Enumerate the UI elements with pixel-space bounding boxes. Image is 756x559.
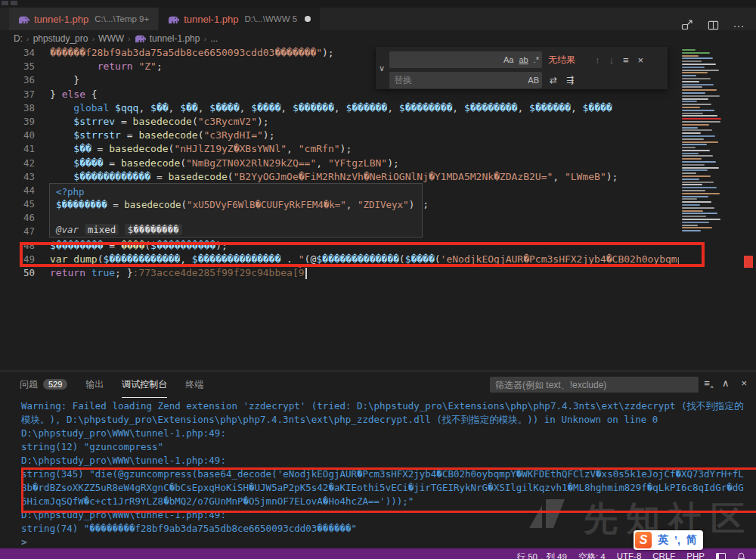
panel-tabs: 问题529输出调试控制台终端 — [20, 371, 222, 398]
code-token: $���� — [209, 102, 239, 113]
code-line-text: return "Z"; — [35, 60, 163, 73]
code-token: $������ — [345, 102, 387, 113]
breadcrumb-item[interactable]: phpstudy_pro — [33, 33, 88, 44]
line-number: 34 — [0, 46, 35, 60]
status-item[interactable]: 空格: 4 — [578, 551, 606, 559]
ime-simplified[interactable]: 简 — [686, 533, 697, 547]
tab-description: D:\...\WWW 5 — [244, 14, 297, 23]
code-token: $���� — [405, 253, 435, 265]
code-line[interactable]: 41 $�� = basedecode("nHJlZ19yZ�XBsYWNl",… — [0, 142, 756, 156]
find-previous-icon[interactable]: ↑ — [595, 54, 600, 66]
breadcrumb-item[interactable]: ... — [210, 33, 218, 44]
panel-tab[interactable]: 问题529 — [20, 371, 67, 398]
minimap-line — [682, 201, 711, 203]
minimap-line — [682, 175, 711, 177]
sogou-logo-icon[interactable]: S — [635, 532, 652, 548]
code-token: $������������ — [73, 171, 150, 182]
code-line-text: return true; }:773acce4de285f99f29c94bbe… — [35, 266, 307, 280]
status-item[interactable]: CRLF — [652, 551, 675, 559]
code-token: . — [280, 253, 298, 265]
code-token — [50, 116, 73, 127]
breadcrumb-item[interactable]: tunnel-1.php — [150, 33, 200, 44]
editor-scrollbar[interactable] — [723, 46, 756, 371]
minimap-line — [682, 75, 696, 76]
filter-input[interactable] — [490, 379, 693, 391]
minimap-line — [682, 167, 719, 169]
ime-punctuation[interactable]: ’, — [674, 534, 680, 546]
code-line[interactable]: 42 $���� = basedecode("NmBgZTN0X2RlN29kZ… — [0, 157, 756, 170]
minimap-line — [682, 55, 699, 57]
code-token — [50, 102, 73, 113]
regex-icon[interactable]: .* — [534, 55, 539, 64]
breadcrumb-item[interactable]: WWW — [98, 33, 124, 44]
match-case-icon[interactable]: Aa — [503, 55, 513, 64]
code-line[interactable]: 39 $strrev = basedecode("c3RycmV2"); — [0, 115, 756, 129]
status-item[interactable]: UTF-8 — [617, 551, 642, 559]
code-token: { — [85, 89, 98, 100]
whole-word-icon[interactable]: ab — [519, 55, 528, 64]
maximize-panel-icon[interactable]: ∧ — [722, 377, 730, 389]
code-line[interactable]: 50return true; }:773acce4de285f99f29c94b… — [0, 266, 756, 280]
minimap[interactable] — [679, 46, 723, 371]
minimap-line — [682, 147, 696, 148]
find-in-selection-icon[interactable]: ≡ — [623, 54, 629, 66]
code-line-text: $strrev = basedecode("c3RycmV2"); — [35, 115, 269, 129]
code-token: mixed — [85, 224, 119, 235]
code-token — [79, 224, 85, 235]
code-line[interactable]: 38 global $qqq, $��, $��, $����, $����, … — [0, 101, 756, 115]
preserve-case-icon[interactable]: AB — [528, 76, 539, 85]
tooltip-line: <?php — [56, 186, 416, 199]
minimap-line — [682, 196, 708, 197]
breadcrumb-item[interactable]: D: — [14, 33, 23, 44]
notifications-bell-icon[interactable] — [737, 552, 745, 559]
code-token: ); — [340, 143, 352, 154]
code-editor[interactable]: 34������f28bf9ab3da75a5db8ce6650093cdd03… — [0, 46, 756, 371]
line-number: 44 — [0, 184, 35, 197]
line-number: 45 — [0, 197, 35, 211]
code-token: ); — [215, 240, 228, 251]
problems-count-badge: 529 — [43, 379, 67, 390]
panel-tab[interactable]: 终端 — [185, 371, 203, 398]
console-line: D:\phpstudy_pro\WWW\tunnel-1.php:49: — [21, 427, 745, 440]
code-token: "Z" — [138, 61, 156, 72]
console-line: Warning: Failed loading Zend extension '… — [21, 399, 745, 427]
code-token: return — [50, 267, 85, 278]
line-number: 40 — [0, 129, 35, 142]
php-file-icon — [18, 14, 29, 24]
code-token: ( — [144, 240, 150, 251]
code-token: ( — [228, 171, 234, 182]
code-line-text: var_dump($������������, $�������������� … — [35, 253, 736, 266]
find-next-icon[interactable]: ↓ — [609, 54, 615, 66]
close-panel-icon[interactable]: × — [741, 377, 747, 389]
replace-one-icon[interactable]: ⇄ — [550, 75, 557, 85]
code-token: basedecode — [133, 116, 192, 127]
ime-english-mode[interactable]: 英 — [658, 533, 668, 547]
code-token — [109, 102, 115, 113]
code-line[interactable]: 37} else { — [0, 88, 756, 101]
find-input[interactable] — [389, 54, 486, 66]
panel-tab[interactable]: 输出 — [85, 371, 104, 398]
minimap-line — [682, 213, 717, 214]
toggle-replace-button[interactable]: ∨ — [376, 47, 388, 89]
modified-dot-icon[interactable] — [305, 16, 311, 22]
replace-input[interactable] — [389, 74, 486, 86]
code-token: , — [287, 143, 299, 154]
editor-tab[interactable]: tunnel-1.phpD:\...\WWW 5 — [159, 8, 321, 30]
code-line[interactable]: 48$�������� = ����($����������); — [0, 239, 756, 253]
editor-tab[interactable]: tunnel-1.phpC:\...\Temp 9+ — [9, 8, 159, 30]
status-items: 行 50，列 49空格: 4UTF-8CRLFPHP — [516, 551, 705, 559]
close-find-icon[interactable]: × — [638, 54, 644, 66]
replace-all-icon[interactable]: ⇶ — [566, 75, 574, 85]
panel-tab[interactable]: 调试控制台 — [122, 371, 167, 398]
code-token: ( — [181, 199, 187, 210]
code-line[interactable]: 49var_dump($������������, $�������������… — [0, 253, 756, 266]
code-token: $������������� — [316, 253, 399, 265]
code-line[interactable]: 40 $strrstr = basedecode("c3RydHI="); — [0, 129, 756, 142]
line-number: 49 — [0, 253, 35, 266]
status-item[interactable]: PHP — [686, 551, 705, 559]
code-line[interactable]: 43 $������������ = basedecode("B2YyOGJmO… — [0, 170, 756, 184]
status-item[interactable]: 行 50，列 49 — [516, 551, 566, 559]
clear-console-icon[interactable]: ≡× — [704, 377, 710, 389]
layout-icon[interactable] — [716, 553, 726, 559]
code-token: } — [50, 74, 79, 85]
